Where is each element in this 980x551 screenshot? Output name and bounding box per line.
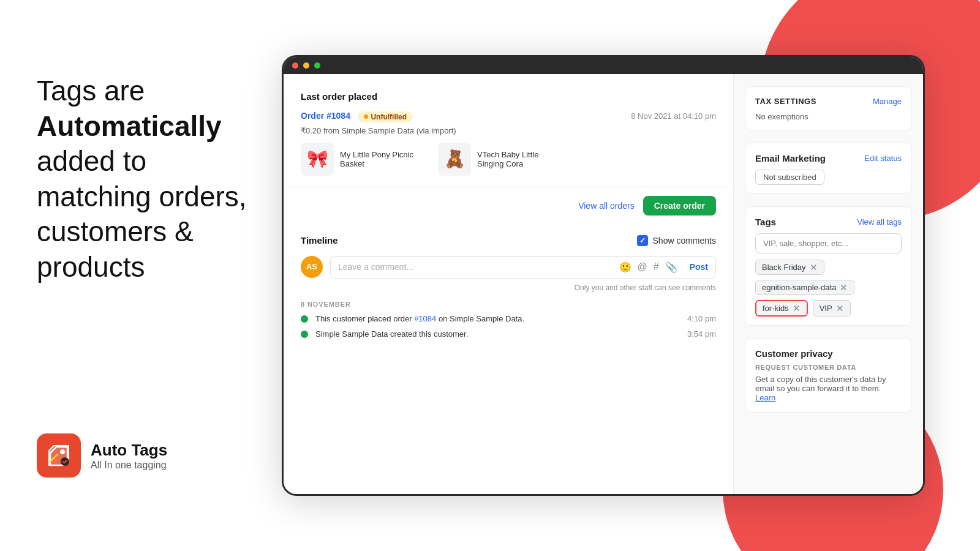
email-status-badge: Not subscribed [755,170,824,185]
maximize-dot [314,62,320,69]
timeline-title: Timeline [301,235,338,246]
tag-remove-black-friday[interactable]: ✕ [810,263,818,272]
timeline-dot-0 [301,315,308,323]
no-exemptions-text: No exemptions [755,112,902,121]
product-thumb-0: 🎀 [301,143,334,176]
left-panel: Tags are Automaticallyadded tomatching o… [37,73,282,285]
tag-label-vip: VIP [820,304,832,313]
order-link-0[interactable]: #1084 [414,314,436,323]
request-data-text: Get a copy of this customer's data by em… [755,375,902,402]
card-topbar [284,57,923,74]
tags-list: Black Friday ✕ egnition-sample-data ✕ fo… [755,260,902,317]
order-item-1: 🧸 VTech Baby Little Singing Cora [438,143,563,176]
create-order-button[interactable]: Create order [643,196,716,216]
email-marketing-section: Email Marketing Edit status Not subscrib… [745,143,912,194]
comment-icons: 🙂 @ # 📎 [619,261,677,273]
view-all-tags-button[interactable]: View all tags [857,217,902,227]
tag-label-black-friday: Black Friday [762,263,806,272]
user-avatar: AS [301,256,323,278]
comment-note: Only you and other staff can see comment… [301,283,716,292]
tag-label-egnition: egnition-sample-data [762,283,836,292]
product-name-1: VTech Baby Little Singing Cora [477,150,563,168]
main-card: Last order placed Order #1084 Unfulfille… [282,55,925,496]
timeline-event-text-0: This customer placed order #1084 on Simp… [315,314,680,323]
order-actions: View all orders Create order [284,187,733,224]
tag-remove-vip[interactable]: ✕ [836,304,844,313]
app-name: Auto Tags [91,441,167,460]
tax-settings-section: TAX SETTINGS Manage No exemptions [745,86,912,130]
mention-icon[interactable]: @ [638,261,647,272]
tags-input[interactable] [755,233,902,253]
product-name-0: My Little Pony Picnic Basket [340,150,426,168]
comment-input-box[interactable]: Leave a comment... 🙂 @ # 📎 Post [330,256,716,279]
app-brand: Auto Tags All In one tagging [37,433,167,478]
view-all-orders-button[interactable]: View all orders [578,196,635,216]
order-item-0: 🎀 My Little Pony Picnic Basket [301,143,426,176]
timeline-event-time-1: 3:54 pm [687,329,716,339]
hashtag-icon[interactable]: # [654,261,659,272]
tag-black-friday: Black Friday ✕ [755,260,824,275]
timeline-event-1: Simple Sample Data created this customer… [301,329,716,339]
tags-section: Tags View all tags Black Friday ✕ egniti… [745,206,912,326]
tax-manage-button[interactable]: Manage [873,97,902,106]
minimize-dot [303,62,309,69]
timeline-event-text-1: Simple Sample Data created this customer… [315,329,680,339]
tagline: Tags are Automaticallyadded tomatching o… [37,73,282,285]
show-comments-checkbox[interactable] [637,235,648,246]
tag-remove-for-kids[interactable]: ✕ [793,304,801,313]
timeline-header: Timeline Show comments [301,235,716,246]
app-icon [37,433,81,478]
tag-label-for-kids: for-kids [763,304,789,313]
product-thumb-1: 🧸 [438,143,471,176]
comment-row: AS Leave a comment... 🙂 @ # 📎 Post [301,256,716,279]
order-items: 🎀 My Little Pony Picnic Basket 🧸 VTech B… [301,143,716,176]
last-order-title: Last order placed [301,91,716,102]
show-comments-row: Show comments [637,235,716,246]
post-button[interactable]: Post [684,262,708,272]
order-date: 8 Nov 2021 at 04:10 pm [631,111,716,121]
customer-privacy-title: Customer privacy [755,348,902,359]
order-import-note: ₹0.20 from Simple Sample Data (via impor… [301,126,716,135]
timeline-date-label: 8 NOVEMBER [301,301,716,308]
tag-remove-egnition[interactable]: ✕ [840,283,848,292]
tag-for-kids: for-kids ✕ [755,300,808,317]
tags-title: Tags [755,217,776,227]
order-id-row: Order #1084 Unfulfilled [301,110,413,122]
last-order-section: Last order placed Order #1084 Unfulfille… [301,91,716,224]
email-marketing-title: Email Marketing [755,153,826,163]
timeline-dot-1 [301,331,308,338]
app-subtitle: All In one tagging [91,460,167,471]
order-status-badge: Unfulfilled [358,111,413,122]
edit-status-button[interactable]: Edit status [864,154,902,163]
main-panel: Last order placed Order #1084 Unfulfille… [284,74,733,494]
email-marketing-header: Email Marketing Edit status [755,153,902,163]
tag-egnition: egnition-sample-data ✕ [755,280,854,295]
tag-vip: VIP ✕ [813,300,851,317]
attachment-icon[interactable]: 📎 [665,261,677,273]
show-comments-label: Show comments [653,236,716,246]
tax-settings-title: TAX SETTINGS [755,97,816,106]
order-id-link[interactable]: Order #1084 [301,111,350,121]
comment-placeholder: Leave a comment... [338,262,613,272]
timeline-event-time-0: 4:10 pm [687,314,716,323]
svg-point-0 [60,449,65,454]
tags-header: Tags View all tags [755,217,902,227]
app-brand-text: Auto Tags All In one tagging [91,441,167,471]
timeline-section: Timeline Show comments AS Leave a commen… [301,224,716,345]
close-dot [292,62,298,69]
learn-more-link[interactable]: Learn [755,393,775,402]
app-logo-icon [44,441,74,470]
timeline-event-0: This customer placed order #1084 on Simp… [301,314,716,323]
tax-settings-header: TAX SETTINGS Manage [755,97,902,106]
request-data-label: REQUEST CUSTOMER DATA [755,364,902,371]
customer-privacy-section: Customer privacy REQUEST CUSTOMER DATA G… [745,338,912,413]
card-content: Last order placed Order #1084 Unfulfille… [284,74,923,494]
emoji-icon[interactable]: 🙂 [619,261,631,273]
order-header: Order #1084 Unfulfilled 8 Nov 2021 at 04… [301,110,716,122]
right-sidebar: TAX SETTINGS Manage No exemptions Email … [733,74,923,494]
